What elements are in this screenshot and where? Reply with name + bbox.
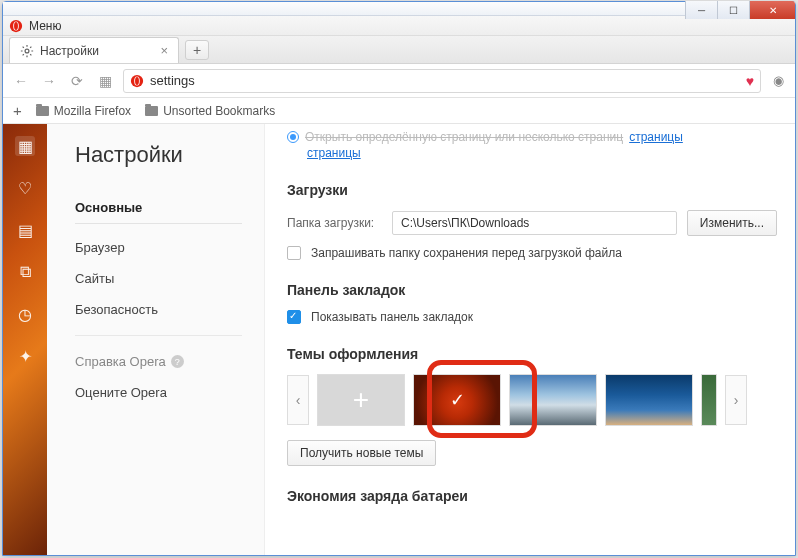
show-bookmarks-row[interactable]: Показывать панель закладок [287, 310, 777, 324]
download-folder-label: Папка загрузки: [287, 216, 382, 230]
rail-speed-dial-icon[interactable]: ▦ [15, 136, 35, 156]
svg-point-6 [135, 76, 139, 84]
sync-icon[interactable]: ◉ [769, 72, 787, 90]
window-titlebar: ─ ☐ ✕ [3, 2, 795, 16]
rail-extensions-icon[interactable]: ✦ [15, 346, 35, 366]
battery-heading: Экономия заряда батареи [287, 488, 777, 504]
help-icon: ? [171, 355, 184, 368]
back-button[interactable]: ← [11, 71, 31, 91]
address-input-wrap: ♥ [123, 69, 761, 93]
opera-logo-icon[interactable] [9, 19, 23, 33]
get-themes-button[interactable]: Получить новые темы [287, 440, 436, 466]
folder-icon [36, 106, 49, 116]
bookmark-folder-unsorted[interactable]: Unsorted Bookmarks [145, 104, 275, 118]
forward-button[interactable]: → [39, 71, 59, 91]
close-button[interactable]: ✕ [749, 1, 795, 19]
check-icon: ✓ [450, 389, 465, 411]
address-bar: ← → ⟳ ▦ ♥ ◉ [3, 64, 795, 98]
downloads-section: Загрузки Папка загрузки: Изменить... Зап… [287, 182, 777, 260]
minimize-button[interactable]: ─ [685, 1, 717, 19]
theme-add-tile[interactable]: + [317, 374, 405, 426]
bookmarks-panel-section: Панель закладок Показывать панель заклад… [287, 282, 777, 324]
themes-next-button[interactable]: › [725, 375, 747, 425]
radio-checked-icon[interactable] [287, 131, 299, 143]
nav-help[interactable]: Справка Opera ? [75, 346, 242, 377]
nav-browser[interactable]: Браузер [75, 232, 242, 263]
download-folder-row: Папка загрузки: Изменить... [287, 210, 777, 236]
new-tab-button[interactable]: + [185, 40, 209, 60]
rail-history-icon[interactable]: ◷ [15, 304, 35, 324]
folder-icon [145, 106, 158, 116]
tab-title: Настройки [40, 44, 99, 58]
rail-heart-icon[interactable]: ♡ [15, 178, 35, 198]
sidebar-rail: ▦ ♡ ▤ ⧉ ◷ ✦ [3, 124, 47, 555]
maximize-button[interactable]: ☐ [717, 1, 749, 19]
themes-section: Темы оформления ‹ + ✓ › Получить новые т… [287, 346, 777, 466]
nav-separator [75, 335, 242, 336]
settings-nav: Настройки Основные Браузер Сайты Безопас… [47, 124, 265, 555]
rail-news-icon[interactable]: ▤ [15, 220, 35, 240]
rail-tabs-icon[interactable]: ⧉ [15, 262, 35, 282]
theme-tile-partial[interactable] [701, 374, 717, 426]
heart-icon[interactable]: ♥ [746, 73, 754, 89]
themes-prev-button[interactable]: ‹ [287, 375, 309, 425]
settings-title: Настройки [75, 142, 242, 168]
battery-section: Экономия заряда батареи [287, 488, 777, 504]
theme-tile-mountains[interactable] [509, 374, 597, 426]
gear-icon [20, 44, 34, 58]
set-pages-link[interactable]: страницы [629, 130, 683, 144]
theme-tile-sky[interactable] [605, 374, 693, 426]
reload-button[interactable]: ⟳ [67, 71, 87, 91]
tab-close-icon[interactable]: × [160, 43, 168, 58]
settings-main: Открыть определённую страницу или нескол… [265, 124, 795, 555]
speed-dial-icon[interactable]: ▦ [95, 71, 115, 91]
show-bookmarks-label: Показывать панель закладок [311, 310, 473, 324]
bookmarks-bar: + Mozilla Firefox Unsorted Bookmarks [3, 98, 795, 124]
theme-tile-flower[interactable]: ✓ [413, 374, 501, 426]
tab-bar: Настройки × + [3, 36, 795, 64]
opera-badge-icon [130, 74, 144, 88]
svg-point-3 [25, 49, 29, 53]
ask-before-row[interactable]: Запрашивать папку сохранения перед загру… [287, 246, 777, 260]
bookmark-folder-firefox[interactable]: Mozilla Firefox [36, 104, 131, 118]
menu-bar: Меню [3, 16, 795, 36]
window-controls: ─ ☐ ✕ [685, 1, 795, 19]
nav-sites[interactable]: Сайты [75, 263, 242, 294]
menu-label[interactable]: Меню [29, 19, 61, 33]
browser-window: ─ ☐ ✕ Меню Настройки × + ← → ⟳ ▦ ♥ [2, 1, 796, 556]
change-folder-button[interactable]: Изменить... [687, 210, 777, 236]
bookmarks-panel-heading: Панель закладок [287, 282, 777, 298]
themes-carousel: ‹ + ✓ › [287, 374, 777, 426]
show-bookmarks-checkbox[interactable] [287, 310, 301, 324]
nav-security[interactable]: Безопасность [75, 294, 242, 325]
download-folder-input[interactable] [392, 211, 677, 235]
content-area: ▦ ♡ ▤ ⧉ ◷ ✦ Настройки Основные Браузер С… [3, 124, 795, 555]
ask-before-checkbox[interactable] [287, 246, 301, 260]
nav-rate[interactable]: Оцените Opera [75, 377, 242, 408]
pages-link-cont[interactable]: страницы [307, 146, 361, 160]
startup-option-row: Открыть определённую страницу или нескол… [287, 130, 777, 144]
address-input[interactable] [150, 73, 740, 88]
ask-before-label: Запрашивать папку сохранения перед загру… [311, 246, 622, 260]
tab-settings[interactable]: Настройки × [9, 37, 179, 63]
downloads-heading: Загрузки [287, 182, 777, 198]
svg-point-2 [14, 21, 18, 29]
nav-basic[interactable]: Основные [75, 192, 242, 224]
themes-heading: Темы оформления [287, 346, 777, 362]
add-bookmark-button[interactable]: + [13, 102, 22, 119]
